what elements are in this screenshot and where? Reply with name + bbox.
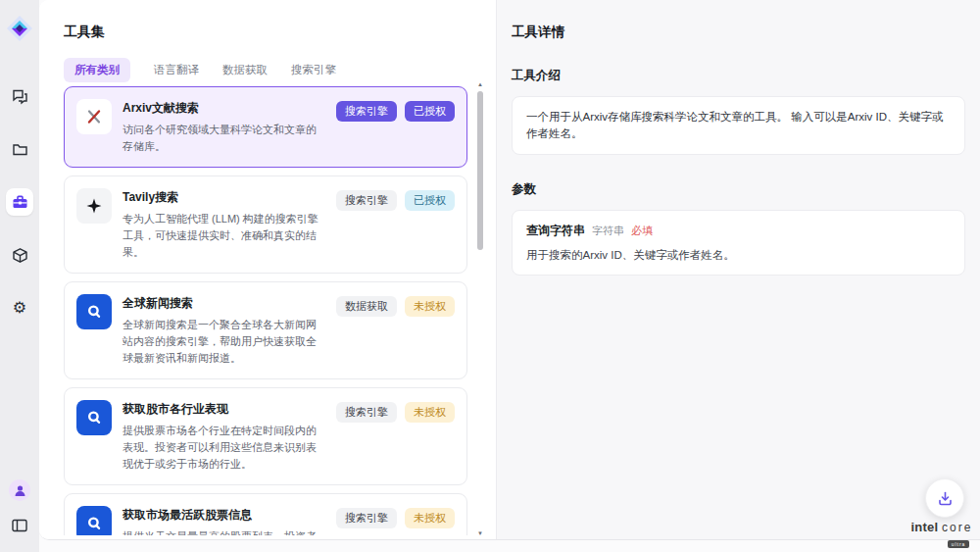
tool-list: Arxiv文献搜索 访问各个研究领域大量科学论文和文章的存储库。 搜索引擎 已授…	[64, 86, 467, 535]
sidebar-item-tools[interactable]	[6, 188, 33, 216]
sidebar-item-files[interactable]	[6, 135, 33, 163]
auth-status-badge: 未授权	[405, 402, 455, 423]
category-tabs: 所有类别 语言翻译 数据获取 搜索引擎	[64, 58, 336, 82]
category-badge: 搜索引擎	[336, 190, 397, 211]
sparkle-icon	[76, 188, 112, 224]
intro-text: 一个用于从Arxiv存储库搜索科学论文和文章的工具。 输入可以是Arxiv ID…	[526, 109, 951, 142]
detail-title: 工具详情	[512, 24, 965, 41]
sidebar-item-chat[interactable]	[6, 82, 33, 110]
param-name: 查询字符串	[526, 223, 585, 239]
auth-status-badge: 已授权	[405, 190, 455, 211]
search-tile-icon	[76, 506, 112, 535]
download-button[interactable]	[925, 478, 964, 518]
collapse-sidebar-button[interactable]	[9, 515, 30, 536]
params-heading: 参数	[512, 181, 965, 198]
sidebar-item-settings[interactable]: ⚙	[6, 294, 33, 322]
chat-icon	[12, 88, 28, 105]
folder-icon	[12, 141, 28, 158]
toolbox-icon	[12, 194, 28, 211]
tool-name: 获取市场最活跃股票信息	[122, 507, 325, 524]
app-window: 工具集 所有类别 语言翻译 数据获取 搜索引擎 Arxiv文献搜索 访问各个研究…	[39, 0, 980, 540]
user-avatar-icon	[14, 484, 26, 497]
scroll-up-arrow-icon[interactable]: ▲	[476, 80, 484, 88]
app-logo[interactable]	[5, 14, 34, 43]
tool-description: 提供当天交易量最高的股票列表，投资者可以利用这些信息来识别流动性强的股票和潜在的…	[122, 528, 325, 535]
param-card: 查询字符串 字符串 必填 用于搜索的Arxiv ID、关键字或作者姓名。	[512, 210, 965, 276]
tool-list-panel: 工具集 所有类别 语言翻译 数据获取 搜索引擎 Arxiv文献搜索 访问各个研究…	[39, 0, 496, 540]
category-badge: 搜索引擎	[336, 101, 397, 122]
auth-status-badge: 未授权	[405, 508, 455, 528]
intro-heading: 工具介绍	[512, 68, 965, 84]
scrollbar-thumb[interactable]	[477, 91, 483, 250]
tool-card-sector-performance[interactable]: 获取股市各行业表现 提供股票市场各个行业在特定时间段内的表现。投资者可以利用这些…	[64, 387, 467, 485]
param-description: 用于搜索的Arxiv ID、关键字或作者姓名。	[526, 248, 951, 263]
tool-name: Arxiv文献搜索	[122, 100, 325, 117]
sidebar-item-packages[interactable]	[6, 241, 33, 269]
scroll-down-arrow-icon[interactable]: ▼	[476, 529, 484, 537]
download-icon	[937, 490, 954, 507]
category-badge: 搜索引擎	[336, 508, 397, 528]
arxiv-icon	[76, 99, 112, 134]
tool-card-global-news[interactable]: 全球新闻搜索 全球新闻搜索是一个聚合全球各大新闻网站内容的搜索引擎，帮助用户快速…	[64, 281, 467, 379]
list-scrollbar[interactable]: ▲ ▼	[476, 80, 484, 537]
rail-bottom	[9, 479, 30, 552]
tool-description: 专为人工智能代理 (LLM) 构建的搜索引擎工具，可快速提供实时、准确和真实的结…	[122, 211, 325, 261]
tool-card-tavily[interactable]: Tavily搜索 专为人工智能代理 (LLM) 构建的搜索引擎工具，可快速提供实…	[64, 176, 467, 274]
user-avatar[interactable]	[9, 479, 30, 501]
category-badge: 数据获取	[336, 296, 397, 317]
tab-translation[interactable]: 语言翻译	[154, 58, 199, 82]
tab-data-fetch[interactable]: 数据获取	[222, 58, 268, 82]
intel-core-logo: intel core ultra	[904, 520, 980, 549]
intro-card: 一个用于从Arxiv存储库搜索科学论文和文章的工具。 输入可以是Arxiv ID…	[512, 96, 965, 155]
gem-logo-icon	[6, 15, 33, 42]
auth-status-badge: 未授权	[405, 296, 455, 317]
tool-name: 获取股市各行业表现	[122, 401, 325, 418]
auth-status-badge: 已授权	[405, 101, 455, 122]
param-required-label: 必填	[631, 224, 653, 238]
tool-description: 全球新闻搜索是一个聚合全球各大新闻网站内容的搜索引擎，帮助用户快速获取全球最新资…	[122, 317, 325, 367]
gear-icon: ⚙	[13, 300, 26, 316]
window-bottom-strip	[39, 540, 980, 552]
cube-icon	[12, 247, 28, 264]
page-title: 工具集	[64, 24, 105, 41]
brand-intel: intel	[911, 520, 939, 534]
brand-ultra-badge: ultra	[948, 540, 970, 548]
rail-nav: ⚙	[6, 82, 33, 322]
brand-core: core	[942, 521, 972, 534]
search-tile-icon	[76, 400, 112, 435]
tool-description: 访问各个研究领域大量科学论文和文章的存储库。	[122, 122, 325, 155]
tab-all-categories[interactable]: 所有类别	[64, 58, 130, 82]
panel-collapse-icon	[12, 519, 27, 532]
tool-name: 全球新闻搜索	[122, 295, 325, 312]
search-tile-icon	[76, 294, 112, 329]
tool-detail-panel: 工具详情 工具介绍 一个用于从Arxiv存储库搜索科学论文和文章的工具。 输入可…	[496, 0, 980, 540]
tool-description: 提供股票市场各个行业在特定时间段内的表现。投资者可以利用这些信息来识别表现优于或…	[122, 423, 325, 473]
tool-card-arxiv[interactable]: Arxiv文献搜索 访问各个研究领域大量科学论文和文章的存储库。 搜索引擎 已授…	[64, 86, 467, 168]
left-rail: ⚙	[0, 0, 39, 552]
param-type: 字符串	[592, 224, 624, 238]
tool-card-most-active-stocks[interactable]: 获取市场最活跃股票信息 提供当天交易量最高的股票列表，投资者可以利用这些信息来识…	[64, 493, 467, 535]
tab-search-engine[interactable]: 搜索引擎	[291, 58, 336, 82]
category-badge: 搜索引擎	[336, 402, 397, 423]
tool-name: Tavily搜索	[122, 189, 325, 206]
